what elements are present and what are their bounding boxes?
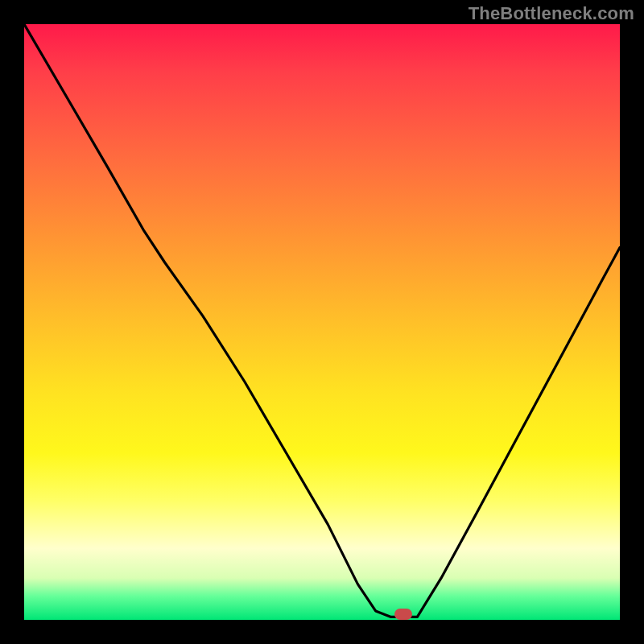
curve-svg	[24, 24, 620, 620]
optimal-point-marker	[394, 609, 412, 620]
chart-frame: TheBottleneck.com	[0, 0, 644, 644]
bottleneck-curve	[24, 24, 620, 617]
watermark-text: TheBottleneck.com	[469, 3, 634, 24]
